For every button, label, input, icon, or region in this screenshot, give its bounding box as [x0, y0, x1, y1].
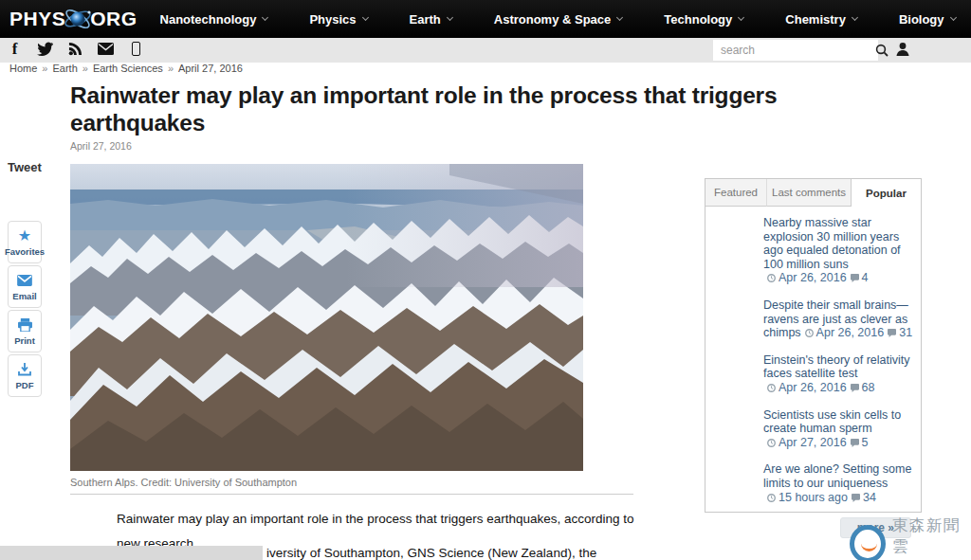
mobile-icon[interactable]: [128, 41, 144, 57]
chevron-down-icon: [950, 14, 957, 21]
popular-item-comments: 31: [899, 326, 912, 339]
nav-item-nanotechnology[interactable]: Nanotechnology: [160, 12, 268, 27]
nav-item-label: Chemistry: [785, 12, 846, 27]
nav-item-label: Physics: [309, 12, 356, 27]
share-label: Favorites: [3, 246, 46, 257]
email-icon[interactable]: [98, 41, 114, 57]
breadcrumb-separator: »: [42, 63, 47, 74]
nav-item-astronomy-space[interactable]: Astronomy & Space: [494, 12, 623, 27]
breadcrumb-earth[interactable]: Earth: [52, 63, 77, 74]
comment-icon: [852, 492, 860, 506]
chevron-down-icon: [852, 14, 858, 21]
popular-panel: FeaturedLast commentsPopular Nearby mass…: [705, 178, 922, 513]
twitter-icon[interactable]: [37, 41, 53, 57]
physorg-logo[interactable]: PHYS ORG: [9, 5, 137, 33]
print-button[interactable]: Print: [8, 310, 42, 352]
nav-item-earth[interactable]: Earth: [410, 12, 452, 27]
popular-item-date: Apr 27, 2016: [779, 436, 847, 449]
popular-item-link[interactable]: Nearby massive star explosion 30 million…: [763, 216, 901, 271]
popular-item-meta: 15 hours ago34: [763, 491, 876, 504]
popular-item-comments: 4: [862, 271, 869, 284]
panel-body: Nearby massive star explosion 30 million…: [705, 207, 921, 546]
popular-item: Are we alone? Setting some limits to our…: [763, 462, 913, 505]
search-box: [713, 40, 878, 61]
article-date: April 27, 2016: [70, 140, 831, 152]
popular-item-meta: Apr 27, 20165: [763, 436, 869, 449]
nav-item-physics[interactable]: Physics: [309, 12, 367, 27]
nav-item-chemistry[interactable]: Chemistry: [785, 12, 857, 27]
popular-item-date: Apr 26, 2016: [779, 381, 847, 394]
comment-icon: [851, 382, 859, 396]
favorites-button[interactable]: ★Favorites: [8, 221, 42, 263]
page-title: Rainwater may play an important role in …: [70, 81, 831, 136]
nav-item-label: Technology: [664, 12, 732, 27]
ettoday-logo-icon: [850, 525, 886, 560]
printer-icon: [9, 316, 41, 334]
clock-icon: [767, 382, 776, 396]
tweet-button[interactable]: Tweet: [8, 160, 42, 174]
chevron-down-icon: [262, 14, 268, 21]
popular-item-link[interactable]: Are we alone? Setting some limits to our…: [763, 462, 911, 490]
pdf-button[interactable]: PDF: [8, 354, 42, 397]
overlay-box: [0, 546, 263, 560]
divider: [70, 494, 633, 495]
clock-icon: [767, 437, 776, 451]
rss-icon[interactable]: [67, 41, 83, 57]
breadcrumb-separator: »: [168, 63, 174, 74]
popular-item-link[interactable]: Scientists use skin cells to create huma…: [763, 408, 901, 436]
chevron-down-icon: [361, 14, 368, 21]
popular-items: Nearby massive star explosion 30 million…: [763, 216, 913, 505]
popular-item: Scientists use skin cells to create huma…: [763, 408, 913, 451]
article-image: [70, 164, 583, 471]
nav-item-label: Nanotechnology: [160, 12, 257, 27]
facebook-icon[interactable]: f: [7, 41, 23, 57]
envelope-icon: [9, 272, 41, 289]
breadcrumb-home[interactable]: Home: [9, 63, 37, 74]
popular-item-comments: 34: [863, 491, 876, 504]
ettoday-watermark: 東森新聞雲 ETtoday.net: [850, 515, 971, 560]
nav-item-technology[interactable]: Technology: [664, 12, 743, 27]
watermark-chinese: 東森新聞雲: [892, 515, 971, 557]
star-icon: ★: [9, 227, 41, 244]
popular-item-date: Apr 26, 2016: [779, 271, 847, 284]
tab-featured[interactable]: Featured: [705, 179, 767, 207]
email-button[interactable]: Email: [8, 265, 42, 308]
popular-item-meta: Apr 26, 20164: [763, 271, 869, 284]
page: PHYS ORG NanotechnologyPhysicsEarthAstro…: [0, 0, 971, 560]
popular-item-date: Apr 26, 2016: [816, 326, 885, 339]
search-input[interactable]: [713, 40, 875, 61]
social-icons: f: [7, 41, 144, 57]
breadcrumb-separator: »: [82, 63, 88, 74]
nav-item-label: Astronomy & Space: [494, 12, 612, 27]
comment-icon: [888, 327, 896, 341]
popular-item-link[interactable]: Einstein's theory of relativity faces sa…: [763, 353, 910, 381]
chevron-down-icon: [616, 14, 623, 21]
clock-icon: [767, 492, 776, 506]
popular-item: Despite their small brains—ravens are ju…: [763, 298, 913, 341]
popular-item-meta: Apr 26, 201631: [801, 326, 913, 339]
tab-popular[interactable]: Popular: [852, 179, 921, 207]
nav-item-label: Biology: [899, 12, 944, 27]
clock-icon: [767, 272, 776, 286]
nav-item-label: Earth: [410, 12, 441, 27]
popular-item: Nearby massive star explosion 30 million…: [763, 216, 913, 286]
clipped-paragraph: iversity of Southampton, GNS Science (Ne…: [266, 546, 596, 560]
download-icon: [9, 361, 41, 378]
chevron-down-icon: [738, 14, 744, 21]
account-icon[interactable]: [894, 41, 911, 58]
popular-item: Einstein's theory of relativity faces sa…: [763, 353, 913, 396]
comment-icon: [851, 437, 859, 451]
clock-icon: [805, 327, 814, 341]
share-label: PDF: [3, 380, 46, 390]
breadcrumb-earth-sciences[interactable]: Earth Sciences: [93, 63, 163, 74]
nav-item-biology[interactable]: Biology: [899, 12, 956, 27]
atom-icon: [62, 5, 94, 33]
top-navigation: PHYS ORG NanotechnologyPhysicsEarthAstro…: [0, 0, 971, 38]
tab-last-comments[interactable]: Last comments: [767, 179, 852, 207]
popular-item-comments: 68: [862, 381, 875, 394]
chevron-down-icon: [447, 14, 453, 21]
logo-text-org: ORG: [90, 8, 137, 30]
logo-text-phys: PHYS: [9, 8, 65, 30]
search-button[interactable]: [875, 40, 889, 61]
share-label: Print: [3, 335, 46, 346]
